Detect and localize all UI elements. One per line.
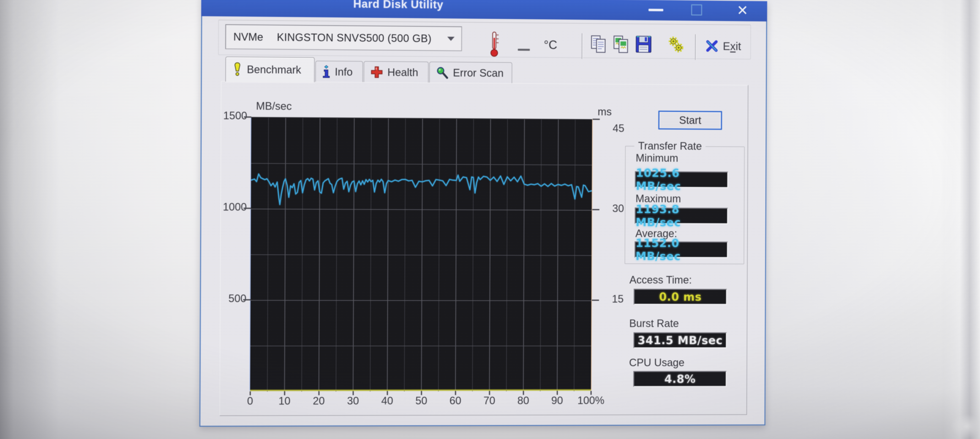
- x-axis-tick-label: 90: [538, 394, 576, 407]
- close-button[interactable]: ✕: [728, 1, 757, 21]
- drive-selector-dropdown[interactable]: NVMe KINGSTON SNVS500 (500 GB): [225, 24, 462, 51]
- copy-text-icon: [591, 35, 607, 53]
- x-axis-tick-mark: [353, 391, 354, 395]
- cpu-usage-label: CPU Usage: [629, 356, 684, 369]
- benchmark-chart: [250, 117, 592, 391]
- x-axis-tick-mark: [590, 391, 592, 395]
- temperature-value: [518, 49, 530, 51]
- copy-image-button[interactable]: [612, 34, 630, 55]
- y-right-tick-mark: [593, 119, 600, 120]
- minimize-button[interactable]: [643, 0, 669, 21]
- info-icon: [322, 65, 331, 79]
- y-right-tick-label: 30: [612, 202, 641, 215]
- maximum-value: 1193.8 MB/sec: [635, 207, 728, 224]
- toolbar-separator: [582, 33, 582, 59]
- x-axis-tick-mark: [421, 391, 422, 395]
- burst-rate-value: 341.5 MB/sec: [633, 332, 727, 348]
- maximize-icon: [691, 5, 702, 16]
- y-right-tick-label: 45: [613, 122, 641, 135]
- save-screenshot-button[interactable]: [635, 34, 652, 55]
- start-button[interactable]: Start: [658, 111, 722, 130]
- options-button[interactable]: [667, 35, 685, 55]
- drive-device-label: KINGSTON SNVS500 (500 GB): [277, 31, 432, 45]
- x-axis-tick-label: 50: [402, 394, 441, 407]
- health-cross-icon: [371, 66, 383, 79]
- x-axis-tick-mark: [284, 391, 285, 395]
- x-axis-tick-label: 0: [231, 395, 270, 407]
- minimize-icon: [649, 9, 663, 11]
- access-time-label: Access Time:: [629, 274, 692, 286]
- x-axis-tick-mark: [557, 391, 558, 395]
- x-axis-tick-mark: [489, 391, 490, 395]
- photo-glare-spot: [951, 414, 980, 439]
- y-right-tick-label: 15: [612, 293, 641, 305]
- tab-health[interactable]: Health: [364, 61, 428, 83]
- x-axis-tick-label: 80: [504, 394, 542, 407]
- lightning-icon: [232, 62, 243, 76]
- transfer-rate-group-label: Transfer Rate: [634, 140, 706, 152]
- save-icon: [635, 35, 652, 54]
- tab-health-label: Health: [387, 66, 418, 79]
- x-axis-tick-mark: [387, 391, 388, 395]
- y-left-tick-label: 1500: [210, 109, 247, 122]
- tab-error-scan[interactable]: Error Scan: [429, 62, 512, 84]
- x-axis-tick-label: 40: [368, 394, 406, 407]
- y-left-tick-mark: [244, 116, 251, 118]
- cpu-usage-value: 4.8%: [633, 371, 727, 387]
- copy-text-button[interactable]: [590, 34, 608, 54]
- y-right-tick-mark: [592, 209, 599, 210]
- burst-rate-label: Burst Rate: [629, 317, 679, 329]
- tab-benchmark-label: Benchmark: [247, 64, 301, 76]
- y-axis-unit-left: MB/sec: [256, 100, 292, 113]
- chevron-down-icon: [447, 37, 455, 41]
- x-axis-tick-mark: [318, 391, 320, 395]
- x-axis-tick-mark: [250, 391, 251, 395]
- options-icon: [667, 35, 685, 55]
- drive-bus-label: NVMe: [233, 30, 263, 43]
- minimum-value: 1025.6 MB/sec: [635, 171, 728, 188]
- x-axis-tick-label: 60: [436, 394, 475, 407]
- tab-error-scan-label: Error Scan: [453, 67, 504, 79]
- tab-info-label: Info: [335, 66, 353, 78]
- magnifier-icon: [436, 67, 449, 79]
- exit-label: Exit: [723, 40, 741, 53]
- app-window: Hard Disk Utility ✕ NVMe KINGSTON SNVS50…: [199, 0, 767, 427]
- x-axis-tick-label: 100%: [572, 394, 610, 407]
- copy-image-icon: [613, 35, 629, 54]
- toolbar-separator: [695, 34, 696, 60]
- photo-background-streaks: [943, 0, 980, 439]
- y-left-tick-label: 1000: [210, 200, 247, 213]
- exit-button[interactable]: Exit: [705, 36, 762, 56]
- y-left-tick-mark: [243, 299, 251, 301]
- access-time-value: 0.0 ms: [633, 289, 727, 305]
- tab-info[interactable]: Info: [315, 61, 363, 83]
- x-axis-tick-mark: [455, 391, 456, 395]
- window-title: Hard Disk Utility: [306, 0, 490, 11]
- titlebar[interactable]: Hard Disk Utility ✕: [201, 0, 767, 22]
- y-right-tick-mark: [592, 300, 599, 301]
- thermometer-icon: [489, 32, 500, 58]
- chart-canvas: [250, 118, 592, 391]
- exit-x-icon: [705, 39, 719, 53]
- tab-benchmark[interactable]: Benchmark: [225, 57, 315, 82]
- minimum-label: Minimum: [636, 152, 678, 164]
- x-axis-tick-label: 70: [470, 394, 509, 407]
- temperature-unit: °C: [544, 38, 557, 52]
- x-axis-tick-label: 30: [334, 394, 373, 407]
- x-axis-tick-mark: [523, 391, 524, 395]
- y-axis-unit-right: ms: [598, 106, 611, 118]
- y-left-tick-mark: [243, 208, 251, 209]
- y-left-tick-label: 500: [210, 292, 247, 304]
- x-axis-tick-label: 10: [265, 394, 304, 407]
- maximize-button[interactable]: [684, 0, 710, 21]
- x-axis-tick-label: 20: [299, 394, 338, 407]
- average-value: 1152.0 MB/sec: [635, 241, 728, 258]
